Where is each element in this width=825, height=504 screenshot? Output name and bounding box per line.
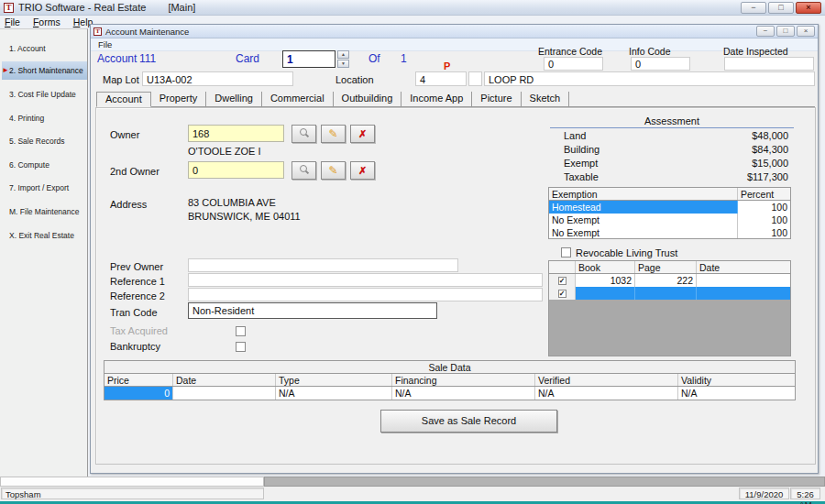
of-label: Of — [368, 52, 380, 65]
second-owner-id-input[interactable]: 0 — [188, 161, 284, 179]
date-inspected-input[interactable] — [724, 57, 814, 71]
second-owner-search-button[interactable] — [292, 161, 316, 180]
minimize-button[interactable]: − — [741, 2, 766, 14]
sale-date-cell — [173, 387, 276, 400]
inner-menu-file[interactable]: File — [98, 39, 112, 49]
account-value: 111 — [139, 52, 156, 65]
tab-account[interactable]: Account — [96, 92, 151, 107]
exemption-row-homestead[interactable]: Homestead 100 — [549, 201, 790, 214]
second-owner-delete-button[interactable]: ✗ — [350, 161, 375, 180]
search-icon — [299, 128, 309, 138]
account-label: Account — [97, 52, 137, 65]
assessment-land-label: Land — [564, 130, 586, 141]
window-title: TRIO Software - Real Estate — [18, 2, 146, 13]
status-date: 11/9/2020 — [739, 488, 789, 499]
card-input[interactable]: 1 — [282, 50, 336, 68]
deed-table: Book Page Date ✓ 1032 222 ✓ — [548, 260, 791, 356]
sidebar-item-file-maintenance[interactable]: M. File Maintenance — [2, 203, 87, 221]
menu-forms[interactable]: Forms — [33, 16, 60, 27]
tab-commercial[interactable]: Commercial — [262, 92, 334, 106]
deed-row2-checkbox[interactable]: ✓ — [558, 290, 566, 298]
deed-table-empty-area — [549, 300, 790, 356]
trio-logo-icon: T — [4, 3, 14, 13]
map-lot-input[interactable]: U13A-002 — [142, 71, 293, 86]
maximize-button[interactable]: □ — [768, 2, 794, 14]
save-as-sale-record-button[interactable]: Save as Sale Record — [380, 410, 557, 433]
street-input[interactable]: LOOP RD — [484, 71, 815, 86]
sale-validity-cell: N/A — [678, 387, 795, 400]
inner-close-button[interactable]: × — [797, 26, 815, 37]
info-code-input[interactable]: 0 — [631, 57, 690, 71]
card-spinner-up[interactable]: ▲ — [337, 50, 349, 59]
menu-file[interactable]: File — [5, 16, 20, 27]
delete-icon: ✗ — [358, 128, 367, 139]
exemption-table: Exemption Percent Homestead 100 No Exemp… — [548, 187, 791, 239]
assessment-building-value: $84,300 — [697, 144, 788, 155]
tab-income-app[interactable]: Income App — [402, 92, 472, 106]
tab-picture[interactable]: Picture — [472, 92, 521, 106]
tax-acquired-checkbox[interactable] — [236, 326, 246, 336]
date-inspected-label: Date Inspected — [723, 46, 788, 57]
deed-row1-checkbox[interactable]: ✓ — [558, 277, 566, 285]
assessment-taxable-label: Taxable — [564, 171, 599, 182]
exemption-header-row: Exemption Percent — [549, 188, 790, 201]
deed-row-2[interactable]: ✓ — [549, 287, 790, 300]
status-location: Topsham — [1, 488, 264, 499]
location-number-input[interactable]: 4 — [415, 71, 467, 86]
reference1-label: Reference 1 — [110, 276, 165, 287]
inner-maximize-button[interactable]: □ — [776, 26, 795, 37]
bankruptcy-checkbox[interactable] — [236, 342, 246, 352]
owner-id-input[interactable]: 168 — [188, 125, 284, 142]
inner-titlebar: T Account Maintenance − □ × — [91, 25, 818, 38]
sidebar-item-short-maintenance[interactable]: ► 2. Short Maintenance — [2, 61, 87, 80]
reference1-input[interactable] — [188, 273, 543, 287]
card-spinner-down[interactable]: ▼ — [337, 60, 349, 68]
entrance-code-input[interactable]: 0 — [544, 57, 603, 71]
inner-minimize-button[interactable]: − — [756, 26, 775, 37]
sidebar-item-sale-records[interactable]: 5. Sale Records — [2, 132, 87, 150]
status-time: 5:26 AM — [790, 488, 820, 499]
reference2-input[interactable] — [188, 288, 543, 301]
sale-data-row[interactable]: 0 N/A N/A N/A N/A — [104, 387, 795, 400]
assessment-taxable-value: $117,300 — [697, 171, 788, 182]
date-column-header: Date — [173, 374, 276, 386]
sidebar-item-import-export[interactable]: 7. Import / Export — [2, 179, 87, 197]
tab-property[interactable]: Property — [151, 92, 207, 106]
exemption-row-2[interactable]: No Exempt 100 — [549, 214, 790, 226]
tab-sketch[interactable]: Sketch — [522, 92, 570, 106]
owner-delete-button[interactable]: ✗ — [350, 125, 375, 143]
sale-price-cell[interactable]: 0 — [104, 387, 173, 400]
close-button[interactable]: × — [796, 2, 821, 14]
sale-type-cell: N/A — [276, 387, 392, 400]
owner-edit-button[interactable]: ✎ — [321, 125, 346, 143]
tab-outbuilding[interactable]: Outbuilding — [334, 92, 402, 106]
search-icon — [299, 165, 309, 175]
sidebar-item-cost-file-update[interactable]: 3. Cost File Update — [2, 85, 87, 104]
revocable-trust-checkbox[interactable] — [561, 247, 571, 257]
inner-window-title: Account Maintenance — [105, 27, 189, 37]
prev-owner-input[interactable] — [188, 258, 458, 272]
sale-verified-cell: N/A — [535, 387, 678, 400]
second-owner-edit-button[interactable]: ✎ — [321, 161, 346, 180]
map-lot-label: Map Lot — [103, 74, 139, 85]
location-label: Location — [336, 74, 374, 85]
deed-header-row: Book Page Date — [549, 261, 790, 274]
tran-code-input[interactable]: Non-Resident — [188, 302, 437, 319]
address-line2: BRUNSWICK, ME 04011 — [188, 211, 301, 222]
sidebar-item-compute[interactable]: 6. Compute — [2, 156, 87, 174]
assessment-exempt-label: Exempt — [564, 158, 598, 169]
tab-dwelling[interactable]: Dwelling — [206, 92, 262, 106]
deed-row-1[interactable]: ✓ 1032 222 — [549, 274, 790, 287]
prev-owner-label: Prev Owner — [110, 261, 163, 272]
sidebar-item-account-maintenance[interactable]: 1. Account Maintenance — [2, 39, 87, 58]
sidebar-item-printing[interactable]: 4. Printing — [2, 109, 87, 127]
assessment-land-value: $48,000 — [697, 130, 788, 141]
type-column-header: Type — [276, 374, 392, 386]
price-column-header: Price — [104, 374, 173, 386]
exemption-row-3[interactable]: No Exempt 100 — [549, 226, 790, 238]
location-suffix-input[interactable] — [468, 71, 482, 86]
owner-search-button[interactable] — [292, 125, 316, 143]
selected-arrow-icon: ► — [2, 66, 9, 75]
tax-acquired-label: Tax Acquired — [110, 325, 168, 336]
sidebar-item-exit-real-estate[interactable]: X. Exit Real Estate — [2, 226, 87, 245]
